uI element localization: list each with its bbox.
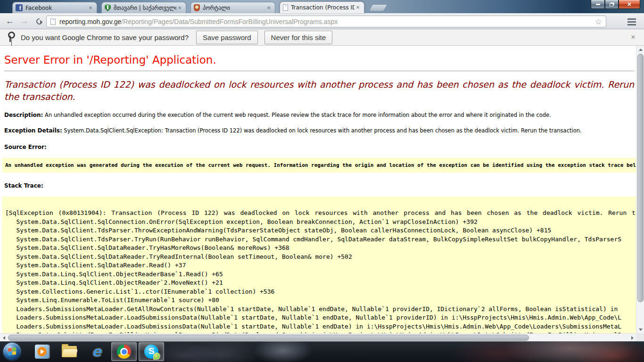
source-error-box: An unhandled exception was generated dur… [2, 158, 636, 173]
never-for-site-button[interactable]: Never for this site [264, 31, 333, 44]
taskbar-item-media-player[interactable] [29, 342, 55, 361]
tab-title: Facebook [25, 5, 87, 11]
skype-icon [144, 345, 158, 359]
triangle-right-icon [631, 336, 636, 340]
page-icon [283, 4, 288, 11]
error-title: Server Error in '/Reporting' Application… [4, 54, 634, 71]
stack-trace-line: Loaders.SubmissionsMetaLoader.LoadSubmis… [5, 313, 633, 322]
source-error-label: Source Error: [4, 144, 634, 150]
infobar-message: Do you want Google Chrome to save your p… [21, 33, 189, 41]
close-tab-icon[interactable] [355, 4, 361, 11]
scrollbar-corner [636, 333, 644, 341]
stack-trace-line: System.Linq.Enumerable.ToList(IEnumerabl… [5, 296, 633, 305]
start-button[interactable] [3, 343, 21, 360]
shield-icon [105, 4, 111, 11]
scroll-down-arrow[interactable] [636, 326, 644, 333]
tab-title: პორტალი [203, 5, 265, 11]
facebook-icon [16, 4, 23, 11]
stack-trace-line: System.Data.SqlClient.SqlDataReader.TryH… [5, 244, 633, 253]
browser-titlebar: Facebook მთავარი | საქართველოს პორტალი T… [0, 0, 644, 13]
reload-icon [35, 17, 43, 25]
stack-trace-line: System.Data.SqlClient.SqlConnection.OnEr… [5, 218, 633, 227]
taskbar-item-chrome-active[interactable] [111, 342, 137, 361]
stack-trace-line: System.Data.Linq.SqlClient.ObjectReaderB… [5, 270, 633, 279]
close-tab-icon[interactable] [87, 5, 94, 11]
description-row: Description: An unhandled exception occu… [4, 112, 634, 118]
stack-trace-line: System.Data.SqlClient.SqlDataReader.TryR… [5, 253, 633, 262]
back-button[interactable] [4, 15, 16, 27]
desktop-screen: Facebook მთავარი | საქართველოს პორტალი T… [0, 0, 644, 362]
stack-trace-line: [SqlException (0x80131904): Transaction … [5, 209, 633, 218]
minimize-icon [596, 4, 600, 5]
url-domain: reporting.moh.gov.ge [59, 18, 121, 25]
exception-text: System.Data.SqlClient.SqlException: Tran… [64, 127, 581, 134]
stack-trace-label: Stack Trace: [4, 182, 634, 189]
stack-trace-line: System.Data.SqlClient.SqlDataReader.Read… [5, 261, 633, 270]
vertical-scrollbar[interactable] [636, 46, 644, 333]
close-icon [627, 0, 632, 8]
emblem-icon [194, 4, 200, 11]
close-infobar-icon[interactable] [629, 33, 637, 41]
browser-toolbar: reporting.moh.gov.ge/Reporting/Pages/Dat… [0, 13, 644, 29]
stack-trace-line: System.Data.SqlClient.TdsParser.ThrowExc… [5, 226, 633, 235]
tab-facebook[interactable]: Facebook [12, 2, 97, 13]
restore-icon [610, 3, 613, 7]
tab-mtavari[interactable]: მთავარი | საქართველოს [101, 2, 186, 13]
save-password-button[interactable]: Save password [196, 31, 258, 44]
minimize-button[interactable] [591, 0, 605, 9]
close-tab-icon[interactable] [176, 5, 183, 11]
stack-trace-line: System.Data.SqlClient.TdsParser.TryRun(R… [5, 235, 633, 244]
horizontal-scrollbar-thumb[interactable] [8, 335, 529, 341]
taskbar: e 14:22 22.05.2014 [0, 341, 644, 362]
windows-logo-icon [8, 347, 16, 355]
media-player-icon [35, 345, 49, 359]
taskbar-item-internet-explorer[interactable]: e [84, 342, 109, 361]
restore-button[interactable] [605, 0, 619, 9]
folder-icon [62, 346, 77, 357]
stack-trace-line: Loaders.SubmissionsMetaLoader.GetAllRowC… [5, 305, 633, 314]
url-path: /Reporting/Pages/Data/SubmittedFormsForB… [121, 18, 338, 25]
forward-icon [20, 16, 29, 26]
description-text: An unhandled exception occurred during t… [45, 112, 551, 118]
scroll-up-arrow[interactable] [636, 46, 644, 53]
back-icon [6, 16, 15, 26]
description-label: Description: [4, 112, 43, 118]
tab-title: მთავარი | საქართველოს [114, 5, 176, 11]
internet-explorer-icon: e [92, 345, 101, 359]
new-tab-button[interactable] [369, 4, 388, 11]
triangle-down-icon [639, 329, 643, 333]
tab-title: Transaction (Process ID 12 [291, 4, 355, 11]
exception-label: Exception Details: [4, 127, 62, 134]
stack-trace-line: Loaders.SubmissionsMetaLoader.LoadSubmis… [5, 322, 633, 331]
vertical-scrollbar-thumb[interactable] [637, 54, 644, 302]
tab-portali[interactable]: პორტალი [190, 2, 275, 13]
error-subtitle: Transaction (Process ID 122) was deadloc… [4, 78, 634, 103]
stack-trace-line: System.Data.Linq.SqlClient.ObjectReader`… [5, 279, 633, 288]
triangle-up-icon [639, 47, 643, 51]
key-icon [7, 32, 14, 43]
page-icon [50, 18, 56, 25]
save-password-infobar: Do you want Google Chrome to save your p… [0, 29, 644, 46]
forward-button[interactable] [18, 15, 30, 27]
error-page: Server Error in '/Reporting' Application… [0, 46, 636, 333]
bookmark-star-icon[interactable] [595, 17, 602, 26]
scroll-right-arrow[interactable] [628, 334, 636, 342]
close-tab-icon[interactable] [265, 5, 272, 11]
tab-strip: Facebook მთავარი | საქართველოს პორტალი T… [12, 1, 386, 13]
close-window-button[interactable] [619, 0, 640, 9]
url-text: reporting.moh.gov.ge/Reporting/Pages/Dat… [59, 18, 595, 25]
chrome-icon [117, 345, 131, 359]
stack-trace-box: [SqlException (0x80131904): Transaction … [2, 197, 636, 333]
stack-trace-line: System.Collections.Generic.List`1..ctor(… [5, 288, 633, 296]
address-bar[interactable]: reporting.moh.gov.ge/Reporting/Pages/Dat… [46, 16, 606, 27]
horizontal-scrollbar[interactable] [0, 333, 636, 341]
chrome-menu-button[interactable] [624, 16, 639, 27]
window-controls [591, 0, 640, 9]
scroll-left-arrow[interactable] [0, 334, 8, 342]
taskbar-item-explorer[interactable] [57, 342, 82, 361]
taskbar-item-skype-active[interactable] [139, 342, 164, 361]
triangle-left-icon [1, 336, 5, 340]
tab-transaction-active[interactable]: Transaction (Process ID 12 [280, 1, 364, 13]
reload-button[interactable] [33, 15, 45, 27]
exception-row: Exception Details: System.Data.SqlClient… [4, 127, 634, 134]
